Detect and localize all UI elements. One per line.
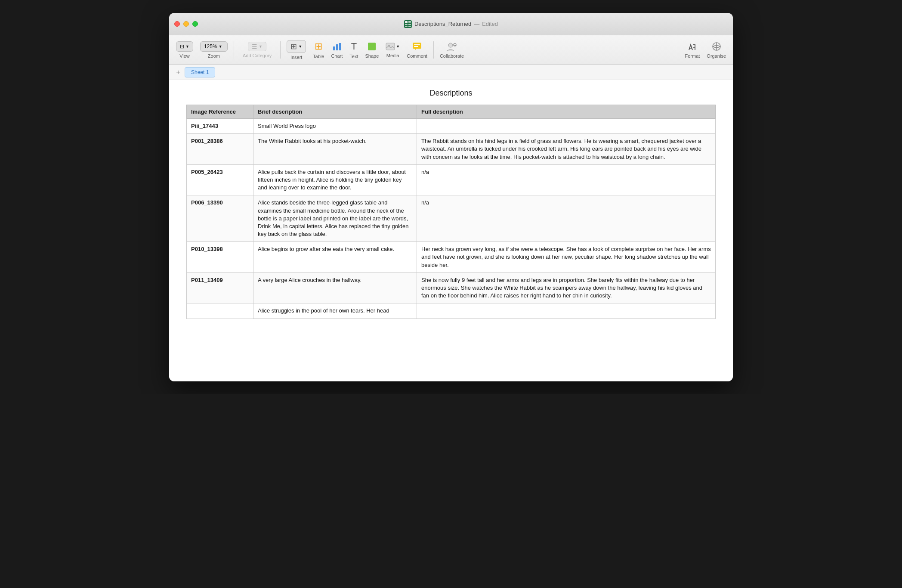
add-sheet-button[interactable]: + [173,68,183,77]
table-row[interactable]: Alice struggles in the pool of her own t… [187,303,716,319]
chevron-down-icon: ▼ [219,44,222,49]
table-row[interactable]: P010_13398Alice begins to grow after she… [187,242,716,273]
minimize-button[interactable] [183,21,189,27]
window-edited-label: — [474,21,479,27]
col-header-brief: Brief description [253,105,417,119]
cell-ref[interactable]: Piii_17443 [187,119,253,134]
cell-ref[interactable]: P010_13398 [187,242,253,273]
cell-full[interactable]: She is now fully 9 feet tall and her arm… [417,272,716,303]
svg-rect-14 [413,43,421,49]
svg-rect-1 [405,21,408,23]
cell-brief[interactable]: Alice begins to grow after she eats the … [253,242,417,273]
media-button[interactable]: ▼ Media [383,40,402,60]
maximize-button[interactable] [192,21,198,27]
table-row[interactable]: Piii_17443Small World Press logo [187,119,716,134]
cell-brief[interactable]: Alice stands beside the three-legged gla… [253,195,417,242]
cell-ref[interactable] [187,303,253,319]
comment-label: Comment [407,53,427,59]
sheet-tabs-bar: + Sheet 1 [169,65,733,80]
table-label: Table [313,54,324,59]
add-category-label: Add Category [243,53,272,58]
cell-brief[interactable]: Small World Press logo [253,119,417,134]
shape-button[interactable]: Shape [363,40,382,60]
view-control[interactable]: ⊡ ▼ [176,41,193,52]
document-title: Descriptions [186,89,716,98]
chevron-down-icon: ▼ [259,44,263,49]
format-icon [687,41,698,52]
svg-rect-8 [333,46,335,50]
svg-marker-17 [414,49,416,50]
zoom-button[interactable]: 125% ▼ Zoom [198,40,230,60]
svg-rect-9 [336,44,338,50]
cell-full[interactable]: The Rabbit stands on his hind legs in a … [417,134,716,165]
table-header-row: Image Reference Brief description Full d… [187,105,716,119]
svg-rect-3 [408,22,411,23]
svg-rect-10 [339,43,341,50]
cell-ref[interactable]: P011_13409 [187,272,253,303]
chevron-down-icon: ▼ [298,44,302,49]
shape-label: Shape [365,53,379,59]
organise-label: Organise [707,53,726,59]
window-edited-status: Edited [482,21,498,27]
svg-rect-11 [368,43,376,50]
plus-icon: ⊞ [290,42,297,51]
cell-full[interactable]: Her neck has grown very long, as if she … [417,242,716,273]
window-title: Descriptions_Returned [414,21,471,27]
close-button[interactable] [174,21,180,27]
cell-full[interactable] [417,303,716,319]
cell-brief[interactable]: Alice pulls back the curtain and discove… [253,164,417,195]
table-icon: ⊞ [315,41,322,52]
col-header-ref: Image Reference [187,105,253,119]
organise-icon [711,41,722,52]
cell-full[interactable]: n/a [417,195,716,242]
cell-brief[interactable]: A very large Alice crouches in the hallw… [253,272,417,303]
list-icon: ☰ [252,43,257,50]
text-icon: T [351,41,357,52]
chart-button[interactable]: Chart [328,40,345,60]
insert-button[interactable]: ⊞ ▼ Insert [284,38,309,62]
table-row[interactable]: P006_13390Alice stands beside the three-… [187,195,716,242]
svg-text:+: + [454,43,456,47]
cell-full[interactable] [417,119,716,134]
media-label: Media [386,53,399,58]
cell-brief[interactable]: The White Rabbit looks at his pocket-wat… [253,134,417,165]
table-row[interactable]: P005_26423Alice pulls back the curtain a… [187,164,716,195]
divider-2 [280,41,281,59]
table-row[interactable]: P001_28386The White Rabbit looks at his … [187,134,716,165]
table-row[interactable]: P011_13409A very large Alice crouches in… [187,272,716,303]
add-category-button[interactable]: ☰ ▼ Add Category [238,40,277,60]
comment-icon [412,41,422,52]
text-label: Text [349,54,358,59]
col-header-full: Full description [417,105,716,119]
format-button[interactable]: Format [683,40,703,60]
media-icon [386,42,395,51]
cell-full[interactable]: n/a [417,164,716,195]
cell-ref[interactable]: P001_28386 [187,134,253,165]
app-icon [404,20,412,28]
view-label: View [179,53,190,59]
cell-brief[interactable]: Alice struggles in the pool of her own t… [253,303,417,319]
format-label: Format [685,53,700,59]
chevron-down-icon: ▼ [396,44,400,49]
collaborate-label: Collaborate [440,53,464,59]
text-button[interactable]: T Text [347,39,361,61]
document-content: Descriptions Image Reference Brief descr… [169,80,733,381]
zoom-control[interactable]: 125% ▼ [200,41,228,52]
table-button[interactable]: ⊞ Table [310,39,327,61]
titlebar: Descriptions_Returned — Edited [169,13,733,35]
shape-icon [367,41,377,52]
svg-rect-16 [414,46,418,47]
traffic-lights [174,21,198,27]
collaborate-button[interactable]: + Collaborate [437,40,466,60]
organise-button[interactable]: Organise [704,40,729,60]
sheet-tab-1[interactable]: Sheet 1 [185,67,215,77]
divider-3 [433,41,434,59]
cell-ref[interactable]: P006_13390 [187,195,253,242]
chart-icon [332,41,342,52]
svg-rect-2 [408,21,411,22]
view-button[interactable]: ⊡ ▼ View [173,40,196,60]
toolbar: ⊡ ▼ View 125% ▼ Zoom ☰ ▼ Add Categor [169,35,733,65]
cell-ref[interactable]: P005_26423 [187,164,253,195]
comment-button[interactable]: Comment [404,40,430,60]
svg-rect-5 [408,24,411,25]
